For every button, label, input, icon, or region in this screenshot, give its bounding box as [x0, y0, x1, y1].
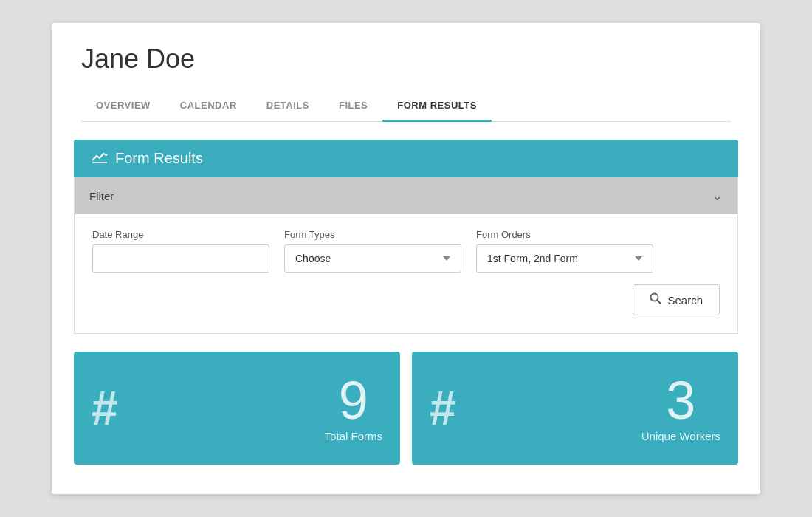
filter-fields: Date Range Form Types Choose Type A Type… [92, 229, 720, 273]
stat-card-unique-workers: # 3 Unique Workers [412, 352, 738, 465]
form-types-group: Form Types Choose Type A Type B [284, 229, 461, 273]
page-title: Jane Doe [81, 44, 731, 75]
unique-workers-label: Unique Workers [641, 430, 720, 442]
nav-tabs: OVERVIEW CALENDAR DETAILS FILES FORM RES… [81, 89, 731, 122]
form-types-select[interactable]: Choose Type A Type B [284, 244, 461, 273]
main-card: Jane Doe OVERVIEW CALENDAR DETAILS FILES… [52, 23, 760, 494]
search-icon [650, 292, 661, 307]
filter-bar[interactable]: Filter ⌄ [75, 177, 737, 214]
form-orders-label: Form Orders [476, 229, 653, 240]
tab-form-results[interactable]: FORM RESULTS [382, 89, 492, 121]
unique-workers-right: 3 Unique Workers [641, 374, 720, 442]
total-forms-number: 9 [339, 374, 368, 427]
chart-icon [92, 150, 108, 167]
date-range-input[interactable] [92, 244, 269, 273]
svg-line-1 [658, 301, 661, 304]
unique-workers-hash-icon: # [430, 385, 456, 432]
tab-files[interactable]: FILES [324, 89, 382, 121]
unique-workers-number: 3 [666, 374, 695, 427]
tab-overview[interactable]: OVERVIEW [81, 89, 165, 121]
tab-calendar[interactable]: CALENDAR [165, 89, 252, 121]
date-range-group: Date Range [92, 229, 269, 273]
form-types-label: Form Types [284, 229, 461, 240]
search-label: Search [667, 294, 703, 307]
filter-section: Filter ⌄ Date Range Form Types Choose Ty… [74, 177, 738, 334]
form-orders-group: Form Orders 1st Form, 2nd Form 1st Form … [476, 229, 653, 273]
stat-card-total-forms: # 9 Total Forms [74, 352, 400, 465]
chevron-down-icon: ⌄ [712, 188, 723, 204]
total-forms-right: 9 Total Forms [325, 374, 382, 442]
tab-details[interactable]: DETAILS [252, 89, 324, 121]
filter-label: Filter [89, 190, 114, 202]
filter-body: Date Range Form Types Choose Type A Type… [75, 214, 737, 333]
date-range-label: Date Range [92, 229, 269, 240]
search-button[interactable]: Search [633, 284, 720, 315]
section-title: Form Results [115, 150, 203, 167]
stats-row: # 9 Total Forms # 3 Unique Workers [74, 352, 738, 465]
total-forms-hash-icon: # [92, 385, 118, 432]
search-row: Search [92, 284, 720, 315]
header: Jane Doe OVERVIEW CALENDAR DETAILS FILES… [52, 23, 760, 122]
total-forms-label: Total Forms [325, 430, 382, 442]
section-header: Form Results [74, 140, 738, 177]
form-orders-select[interactable]: 1st Form, 2nd Form 1st Form 2nd Form [476, 244, 653, 273]
